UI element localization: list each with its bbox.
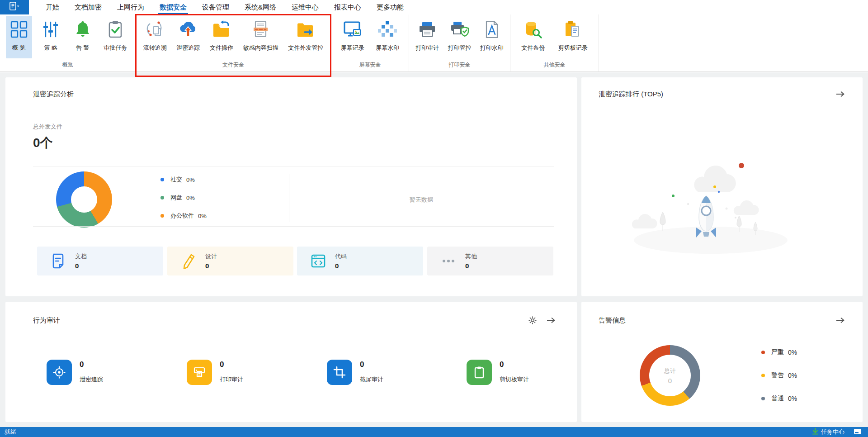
audit-item-screenshot[interactable]: 0 截屏审计 xyxy=(327,360,383,385)
ribbon-file-ops-button[interactable]: 文件操作 xyxy=(208,16,236,58)
ribbon-file-outgoing-button[interactable]: 文件外发管控 xyxy=(286,16,326,58)
legend-dot xyxy=(160,196,164,200)
alert-donut-center: 总计 0 xyxy=(649,355,691,396)
folder-arrow-right-icon xyxy=(295,18,316,41)
download-arrow-icon xyxy=(812,428,818,436)
legend-dot xyxy=(160,178,164,181)
ribbon-file-backup-button[interactable]: 文件备份 xyxy=(519,16,547,58)
folder-undo-icon xyxy=(211,18,232,41)
card-title: 告警信息 xyxy=(599,316,626,325)
ribbon-sensitive-scan-button[interactable]: 敏感内容扫描 xyxy=(241,16,281,58)
tab-web-behavior[interactable]: 上网行为 xyxy=(109,0,152,14)
ribbon-group-label: 屏幕安全 xyxy=(331,60,409,71)
legend-item: 办公软件 0% xyxy=(160,211,207,220)
ribbon-group-overview: 概 览 策 略 告 警 审批任务 概览 xyxy=(0,14,136,71)
stat-box-code[interactable]: 代码 0 xyxy=(297,247,423,276)
flow-trace-icon xyxy=(144,18,166,41)
empty-data-text: 暂无数据 xyxy=(289,196,554,204)
legend-dot xyxy=(761,351,765,354)
total-outgoing-label: 总外发文件 xyxy=(33,123,62,131)
stat-box-documents[interactable]: 文档 0 xyxy=(37,247,163,276)
task-center-button[interactable]: 任务中心 xyxy=(812,428,868,436)
ribbon-clipboard-record-button[interactable]: 剪切板记录 xyxy=(556,16,590,58)
document-note-icon xyxy=(51,253,66,269)
total-outgoing-value: 0个 xyxy=(33,134,53,152)
clipboard-check-icon xyxy=(104,18,126,41)
card-leak-trace-analysis: 泄密追踪分析 总外发文件 0个 社交 0% 网盘 0% 办公软件 0% 暂无数据 xyxy=(5,77,577,296)
card-behavior-audit: 行为审计 0 泄密追踪 0 打印审计 xyxy=(5,302,577,422)
card-alert-info: 告警信息 总计 0 严重 0% 警告 0% 普通 0 xyxy=(581,302,863,422)
settings-gear-button[interactable] xyxy=(527,314,538,326)
tab-data-security[interactable]: 数据安全 xyxy=(152,0,194,14)
ribbon-approval-button[interactable]: 审批任务 xyxy=(101,16,129,58)
app-menu-button[interactable] xyxy=(0,0,29,14)
card-title: 泄密追踪排行 (TOP5) xyxy=(599,90,663,99)
document-scan-icon xyxy=(250,18,272,41)
ribbon-group-other-security: 文件备份 剪切板记录 其他安全 xyxy=(510,14,599,71)
dashboard-content: 泄密追踪分析 总外发文件 0个 社交 0% 网盘 0% 办公软件 0% 暂无数据 xyxy=(0,72,868,427)
divider xyxy=(33,166,554,166)
cloud-upload-icon xyxy=(177,18,199,41)
ribbon-group-screen-security: 屏幕记录 屏幕水印 屏幕安全 xyxy=(331,14,409,71)
legend-dot xyxy=(160,214,164,218)
open-alerts-arrow-button[interactable] xyxy=(835,314,846,326)
tab-doc-encryption[interactable]: 文档加密 xyxy=(67,0,109,14)
app-menu-icon xyxy=(9,1,20,13)
ribbon-alert-button[interactable]: 告 警 xyxy=(70,16,96,58)
stat-box-design[interactable]: 设计 0 xyxy=(167,247,293,276)
ribbon-group-label: 其他安全 xyxy=(510,60,599,71)
printer-icon xyxy=(416,18,438,41)
tab-system-network[interactable]: 系统&网络 xyxy=(237,0,284,14)
ribbon-flow-trace-button[interactable]: 流转追溯 xyxy=(141,16,169,58)
tab-device-mgmt[interactable]: 设备管理 xyxy=(194,0,237,14)
ribbon-group-label: 文件安全 xyxy=(136,60,331,71)
empty-state-illustration xyxy=(625,145,806,260)
ribbon-print-audit-button[interactable]: 打印审计 xyxy=(413,16,441,58)
legend-item: 警告 0% xyxy=(761,371,797,380)
page-letter-a-icon xyxy=(481,18,503,41)
database-search-icon xyxy=(522,18,544,41)
card-title: 泄密追踪分析 xyxy=(33,90,74,99)
ribbon-print-control-button[interactable]: 打印管控 xyxy=(446,16,474,58)
alert-donut-chart: 总计 0 xyxy=(640,345,700,406)
tab-more-functions[interactable]: 更多功能 xyxy=(369,0,411,14)
card-leak-trace-ranking: 泄密追踪排行 (TOP5) xyxy=(581,77,863,296)
ribbon-group-label: 打印安全 xyxy=(409,60,510,71)
open-behavior-audit-arrow-button[interactable] xyxy=(545,314,557,326)
legend-item: 普通 0% xyxy=(761,394,797,403)
status-text: 就绪 xyxy=(0,428,16,436)
audit-item-leak-trace[interactable]: 0 泄密追踪 xyxy=(47,360,103,385)
sliders-icon xyxy=(40,18,61,41)
overview-grid-icon xyxy=(8,18,30,41)
card-title: 行为审计 xyxy=(33,316,60,325)
status-bar: 就绪 任务中心 xyxy=(0,427,868,437)
main-tabs: 开始 文档加密 上网行为 数据安全 设备管理 系统&网络 运维中心 报表中心 更… xyxy=(38,0,411,14)
ribbon-print-watermark-button[interactable]: 打印水印 xyxy=(478,16,506,58)
ribbon-policy-button[interactable]: 策 略 xyxy=(38,16,64,58)
bell-icon xyxy=(72,18,94,41)
legend-dot xyxy=(761,397,765,400)
tab-ops-center[interactable]: 运维中心 xyxy=(284,0,326,14)
tab-start[interactable]: 开始 xyxy=(38,0,67,14)
open-ranking-arrow-button[interactable] xyxy=(835,88,846,100)
ribbon-screen-watermark-button[interactable]: 屏幕水印 xyxy=(373,16,401,58)
mosaic-watermark-icon xyxy=(377,18,398,41)
audit-item-print[interactable]: 0 打印审计 xyxy=(187,360,243,385)
task-monitor-icon[interactable] xyxy=(854,428,862,436)
ribbon-screen-record-button[interactable]: 屏幕记录 xyxy=(339,16,367,58)
ribbon-leak-trace-button[interactable]: 泄密追踪 xyxy=(174,16,202,58)
menu-bar: 开始 文档加密 上网行为 数据安全 设备管理 系统&网络 运维中心 报表中心 更… xyxy=(0,0,868,14)
ribbon-toolbar: 概 览 策 略 告 警 审批任务 概览 xyxy=(0,14,868,72)
audit-item-clipboard[interactable]: 0 剪切板审计 xyxy=(467,360,529,385)
clipboard-doc-icon xyxy=(562,18,584,41)
ribbon-overview-button[interactable]: 概 览 xyxy=(6,16,32,58)
trace-donut-legend: 社交 0% 网盘 0% 办公软件 0% xyxy=(160,175,207,229)
tab-report-center[interactable]: 报表中心 xyxy=(326,0,369,14)
monitor-record-icon xyxy=(342,18,363,41)
ribbon-group-file-security: 流转追溯 泄密追踪 文件操作 敏感内容扫描 xyxy=(136,14,331,71)
code-window-icon xyxy=(311,253,326,269)
stat-box-other[interactable]: 其他 0 xyxy=(427,247,553,276)
legend-item: 社交 0% xyxy=(160,175,207,184)
divider xyxy=(33,226,554,227)
legend-item: 网盘 0% xyxy=(160,193,207,202)
